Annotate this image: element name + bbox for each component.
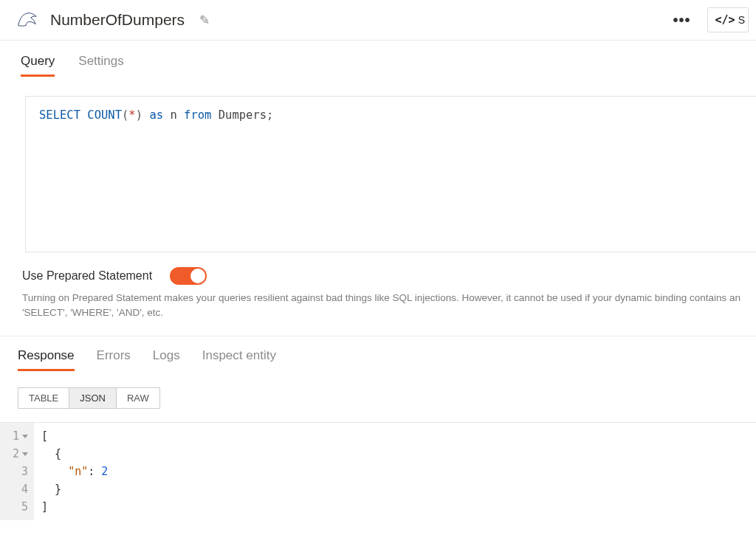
json-viewer: 1 2 3 4 5 [ { "n": 2 } ] xyxy=(0,422,756,520)
gutter-line[interactable]: 1 xyxy=(0,427,31,445)
code-line: "n": 2 xyxy=(41,463,108,480)
line-number: 5 xyxy=(21,500,28,514)
edit-title-icon[interactable]: ✎ xyxy=(199,13,210,28)
seg-table[interactable]: TABLE xyxy=(18,388,69,408)
rtab-errors[interactable]: Errors xyxy=(97,345,131,371)
rtab-inspect[interactable]: Inspect entity xyxy=(202,345,276,371)
json-brace: } xyxy=(55,483,61,496)
more-menu-icon[interactable]: ••• xyxy=(666,7,698,33)
sql-fn-count: COUNT xyxy=(87,108,122,122)
json-bracket: ] xyxy=(41,500,48,514)
format-segmented: TABLE JSON RAW xyxy=(18,387,160,409)
gutter-line: 4 xyxy=(0,480,31,498)
sql-alias: n xyxy=(170,108,176,122)
tab-settings[interactable]: Settings xyxy=(78,54,123,77)
sql-editor[interactable]: SELECT COUNT(*) as n from Dumpers; xyxy=(25,96,756,252)
sql-kw-from: from xyxy=(184,108,211,122)
gutter-line[interactable]: 2 xyxy=(0,445,31,463)
json-number: 2 xyxy=(101,465,108,478)
line-number: 2 xyxy=(13,447,19,460)
prepared-row: Use Prepared Statement xyxy=(0,252,756,285)
line-number: 3 xyxy=(21,465,28,478)
prepared-help-text: Turning on Prepared Statement makes your… xyxy=(0,285,756,336)
sql-semi: ; xyxy=(267,108,273,122)
sql-star: * xyxy=(128,108,135,122)
json-key: "n" xyxy=(68,465,88,478)
seg-json[interactable]: JSON xyxy=(69,388,117,408)
gutter-line: 5 xyxy=(0,498,31,516)
code-button-label: S xyxy=(738,14,745,26)
sql-editor-container: SELECT COUNT(*) as n from Dumpers; xyxy=(0,77,756,252)
database-dolphin-icon xyxy=(16,8,40,32)
code-line: { xyxy=(41,445,108,463)
code-line: } xyxy=(41,480,108,498)
sql-paren-close: ) xyxy=(136,108,142,122)
tab-query[interactable]: Query xyxy=(21,54,55,77)
code-line: [ xyxy=(41,427,108,445)
json-code[interactable]: [ { "n": 2 } ] xyxy=(34,423,108,520)
page-title: NumberOfDumpers xyxy=(50,11,185,29)
header-bar: NumberOfDumpers ✎ ••• </> S xyxy=(0,0,756,41)
rtab-response[interactable]: Response xyxy=(18,345,75,371)
json-brace: { xyxy=(55,447,61,460)
json-gutter: 1 2 3 4 5 xyxy=(0,423,34,520)
fold-icon[interactable] xyxy=(22,435,28,438)
seg-raw[interactable]: RAW xyxy=(117,388,159,408)
sql-paren-open: ( xyxy=(122,108,128,122)
sql-table: Dumpers xyxy=(219,108,267,122)
line-number: 1 xyxy=(13,429,19,443)
prepared-toggle[interactable] xyxy=(170,267,207,285)
fold-icon[interactable] xyxy=(22,452,28,456)
top-tabs: Query Settings xyxy=(0,41,756,77)
gutter-line: 3 xyxy=(0,463,31,480)
response-tabs: Response Errors Logs Inspect entity xyxy=(0,336,756,371)
prepared-label: Use Prepared Statement xyxy=(22,269,152,283)
code-line: ] xyxy=(41,498,108,516)
line-number: 4 xyxy=(21,483,28,496)
sql-kw-select: SELECT xyxy=(39,108,80,122)
sql-kw-as: as xyxy=(149,108,163,122)
json-bracket: [ xyxy=(41,429,48,443)
json-colon: : xyxy=(88,465,101,478)
code-button[interactable]: </> S xyxy=(707,7,749,32)
code-glyph-icon: </> xyxy=(715,13,735,27)
rtab-logs[interactable]: Logs xyxy=(153,345,180,371)
